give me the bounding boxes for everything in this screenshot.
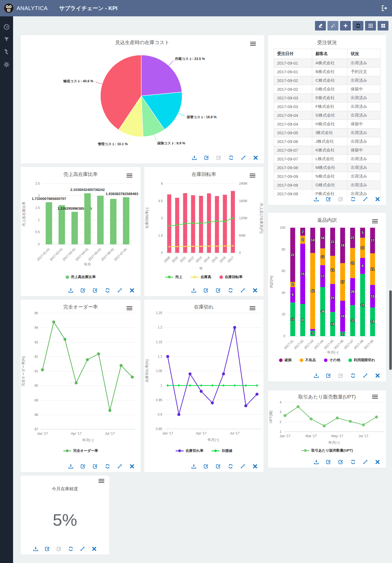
close-icon[interactable]: [253, 288, 258, 293]
download-icon[interactable]: [68, 464, 73, 469]
edit-alt-icon[interactable]: [216, 464, 221, 469]
svg-text:0: 0: [283, 334, 285, 338]
gear-icon: [4, 62, 10, 68]
download-icon[interactable]: [191, 464, 196, 469]
download-icon[interactable]: [68, 288, 73, 293]
legend-label: 目標値: [222, 448, 232, 453]
hamburger-icon[interactable]: [127, 174, 132, 178]
edit-icon[interactable]: [81, 288, 85, 293]
close-icon[interactable]: [92, 546, 97, 551]
refresh-icon[interactable]: [351, 373, 356, 378]
download-icon[interactable]: [192, 155, 197, 160]
legend-item[interactable]: 売上: [165, 275, 182, 279]
edit-icon[interactable]: [204, 155, 209, 160]
legend-item[interactable]: 在庫高: [191, 275, 211, 279]
legend-item[interactable]: 完全オーダー率: [63, 448, 98, 453]
expand-icon[interactable]: [240, 288, 245, 293]
legend-item[interactable]: 売上高在庫比率: [66, 275, 96, 279]
edit-icon[interactable]: [81, 464, 85, 469]
scrollbar[interactable]: [389, 290, 392, 370]
refresh-icon[interactable]: [229, 155, 234, 160]
legend-item[interactable]: 破損: [279, 358, 292, 363]
legend-item[interactable]: 不良品: [300, 358, 316, 363]
expand-icon[interactable]: [241, 155, 246, 160]
line-chart-canvas[interactable]: 1234UPT[個]Jan '17Mar '17May '17Jul '17年月…: [268, 401, 386, 446]
app-header: ANALYTICA サプライチェーン - KPI: [0, 0, 392, 16]
sidebar-item-tools[interactable]: [4, 49, 10, 55]
edit-alt-icon[interactable]: [216, 155, 221, 160]
expand-icon[interactable]: [117, 464, 122, 469]
edit-alt-icon[interactable]: [57, 546, 62, 551]
hamburger-icon[interactable]: [372, 219, 378, 223]
expand-icon[interactable]: [240, 464, 245, 469]
toolbar-eraser-button[interactable]: [315, 21, 326, 31]
legend-item[interactable]: 在庫切れ率: [176, 448, 203, 453]
sidebar-item-dashboard[interactable]: [4, 24, 10, 30]
expand-icon[interactable]: [363, 197, 368, 202]
bar-chart-canvas[interactable]: 00.511.522.5売上高在庫比率2017-01-011.733000786…: [21, 179, 140, 273]
line-chart-canvas[interactable]: 878889909192939495完全オーダー率[%]Jan '17Apr '…: [21, 312, 140, 447]
download-icon[interactable]: [33, 546, 38, 551]
edit-alt-icon[interactable]: [93, 464, 98, 469]
legend-item[interactable]: 取引あたり販売数量(UPT): [301, 448, 353, 453]
expand-icon[interactable]: [117, 288, 122, 293]
close-icon[interactable]: [130, 464, 134, 469]
expand-icon[interactable]: [363, 459, 368, 464]
edit-icon[interactable]: [326, 373, 331, 378]
sidebar-item-filter[interactable]: [4, 36, 10, 42]
refresh-icon[interactable]: [105, 464, 110, 469]
close-icon[interactable]: [130, 288, 134, 293]
close-icon[interactable]: [375, 197, 380, 202]
toolbar-grid-2x2-button[interactable]: [378, 21, 388, 31]
edit-alt-icon[interactable]: [216, 288, 221, 293]
edit-icon[interactable]: [45, 546, 50, 551]
download-icon[interactable]: [191, 288, 196, 293]
edit-alt-icon[interactable]: [93, 288, 98, 293]
refresh-icon[interactable]: [228, 464, 233, 469]
logout-icon[interactable]: [381, 5, 388, 11]
close-icon[interactable]: [253, 464, 258, 469]
close-icon[interactable]: [375, 373, 380, 378]
sidebar-item-gear[interactable]: [4, 62, 10, 68]
combo-chart-canvas[interactable]: 001.560M3120M4.5180M6240M在庫回転率[-]売上及び在庫高…: [144, 179, 264, 273]
toolbar-plus-button[interactable]: [340, 21, 351, 31]
toolbar-magic-wand-button[interactable]: [327, 21, 338, 31]
download-icon[interactable]: [314, 197, 319, 202]
pie-chart-canvas[interactable]: 作業コスト: 23.5 %保管コスト: 16.9 %保険コスト: 8.9 %管理…: [21, 47, 264, 151]
download-icon[interactable]: [314, 373, 319, 378]
close-icon[interactable]: [253, 155, 258, 160]
download-icon[interactable]: [314, 459, 319, 464]
refresh-icon[interactable]: [68, 546, 73, 551]
refresh-icon[interactable]: [105, 288, 110, 293]
legend-item[interactable]: 目標値: [212, 448, 232, 453]
expand-icon[interactable]: [80, 546, 85, 551]
edit-alt-icon[interactable]: [338, 373, 343, 378]
svg-text:42: 42: [311, 289, 315, 293]
toolbar-refresh-button[interactable]: [353, 21, 363, 31]
line-chart-canvas[interactable]: 0.850.90.9511.051.11.151.21.25在庫切れ率[%]Ja…: [144, 312, 264, 447]
edit-icon[interactable]: [326, 197, 331, 202]
hamburger-icon[interactable]: [99, 479, 104, 483]
edit-alt-icon[interactable]: [338, 197, 343, 202]
edit-icon[interactable]: [326, 459, 331, 464]
legend-item[interactable]: 在庫回転率: [219, 275, 243, 279]
refresh-icon[interactable]: [351, 459, 356, 464]
stacked-bar-chart-canvas[interactable]: 020406080100内訳[%]2017-011362212017-02815…: [268, 225, 386, 356]
edit-alt-icon[interactable]: [338, 459, 343, 464]
toolbar-grid-3x3-button[interactable]: [365, 21, 376, 31]
close-icon[interactable]: [375, 459, 380, 464]
edit-icon[interactable]: [204, 288, 209, 293]
legend-item[interactable]: 利用期限切れ: [348, 358, 375, 363]
hamburger-icon[interactable]: [250, 174, 255, 178]
edit-icon[interactable]: [204, 464, 209, 469]
expand-icon[interactable]: [363, 373, 368, 378]
hamburger-icon[interactable]: [250, 42, 256, 46]
refresh-icon[interactable]: [228, 288, 233, 293]
hamburger-icon[interactable]: [250, 306, 255, 310]
hamburger-icon[interactable]: [372, 395, 378, 399]
refresh-icon[interactable]: [351, 197, 356, 202]
legend-item[interactable]: その他: [324, 358, 340, 363]
hamburger-icon[interactable]: [127, 306, 132, 310]
svg-text:2017-04-01: 2017-04-01: [75, 247, 89, 262]
table-row: 2017-09-07L株式会社出荷済み: [274, 155, 381, 163]
